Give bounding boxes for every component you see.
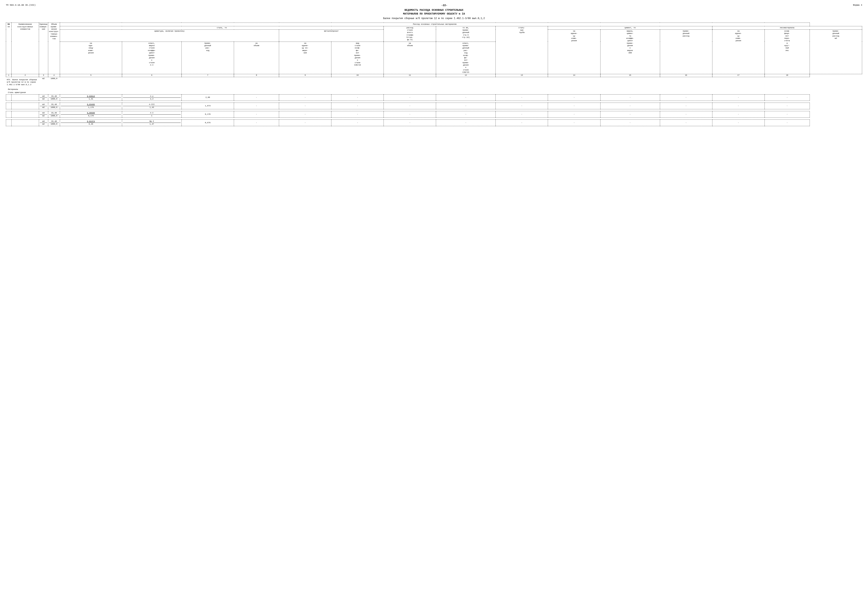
col-n-15: 15 [600, 74, 660, 77]
dr3-col16: - [660, 111, 712, 118]
col-unit-header: Единица измере-ния [39, 23, 48, 74]
dr3-col18: - [764, 111, 810, 118]
arm-privedenny: приве-денныйрас-ход [181, 42, 234, 74]
dr2-col11: - [384, 103, 436, 109]
col-n-16: 16 [660, 74, 712, 77]
dr4-col12: - [436, 120, 496, 126]
dr2-col14: - [548, 103, 600, 109]
main-table-wrapper: №№пп Наименование конструктивных элемент… [6, 23, 862, 126]
dr4-col8: - [234, 120, 279, 126]
dr1-col7: 2,88 [181, 94, 234, 101]
dr1-col3: м3 м2 [39, 94, 48, 101]
metalloprokat-header: металлопрокат [279, 30, 384, 42]
header-row-2: сталь, тн расходсталивсего(графа5+гра-фа… [6, 26, 862, 30]
dr2-col18: - [764, 103, 810, 109]
dr3-col4: 33,48 1080,0 [48, 111, 60, 118]
dr1-col8: - [234, 94, 279, 101]
steel-label: Сталь арматурная [6, 91, 810, 94]
dr1-col14: - [548, 94, 600, 101]
rashod-stali-to-zhe: то же,приве-денный(гр.5+гр.10) [436, 26, 496, 42]
dr2-col12: - [436, 103, 496, 109]
dr3-col3: м3 м2 [39, 111, 48, 118]
dr2-col2 [12, 103, 39, 109]
ntu-unit: м2 [39, 77, 48, 86]
col-n-14: 14 [548, 74, 600, 77]
rashod-header: Расход основных строительных материалов [60, 23, 810, 26]
dr1-unit-top: м3 [42, 95, 45, 97]
dr4-col18: - [764, 120, 810, 126]
dr1-col18: - [764, 94, 810, 101]
dr2-col10: - [332, 103, 384, 109]
col-n-2: 2 [12, 74, 39, 77]
col-n-8: 8 [234, 74, 279, 77]
dr2-col9: - [279, 103, 332, 109]
col-n-5: 5 [60, 74, 122, 77]
dr3-col1 [6, 111, 12, 118]
ntu-row: НТУ. Балки покрытия сборные ж/б пролетом… [6, 77, 862, 86]
data-row-1: м3 м2 33,48 1080,0 0,03913 1,31 [6, 94, 862, 101]
col-numbers-row: 1 2 3 4 5 6 7 8 9 10 11 12 13 14 15 16 1… [6, 74, 862, 77]
dr4-col5: 0,01374 0,46 [60, 120, 122, 126]
dr2-col16: - [660, 103, 712, 109]
dr4-col10: - [332, 120, 384, 126]
materials-label-row: Материалы [6, 88, 862, 91]
dr4-col3: м3 м2 [39, 120, 48, 126]
dr1-col12: - [436, 94, 496, 101]
dr3-col17: - [712, 111, 764, 118]
dr2-col17: - [712, 103, 764, 109]
dr3-col6: А-I 1 [122, 111, 181, 118]
dr1-col13: - [496, 94, 548, 101]
col-name-header: Наименование конструктивных элементов [12, 23, 39, 74]
col-num-header: №№пп [6, 23, 12, 74]
dr3-col11: - [384, 111, 436, 118]
met-na-edinicu: наедини-цу из-мере-ния [279, 42, 332, 74]
col-n-6: 6 [122, 74, 181, 77]
ntu-volume: 1080,0 [48, 77, 60, 86]
data-row-4: м3 м2 33,48 1080,0 0,01374 0,46 [6, 120, 862, 126]
col-n-11: 11 [384, 74, 436, 77]
col-n-4: 4 [48, 74, 60, 77]
dr3-col13: - [496, 111, 548, 118]
dr2-col8: - [234, 103, 279, 109]
dr2-col1 [6, 103, 12, 109]
col-vol-header: Объемприме-ненияконструк-тивныхэлемен-то… [48, 23, 60, 74]
dr1-col17: - [712, 94, 764, 101]
header-row-1: №№пп Наименование конструктивных элемент… [6, 23, 862, 26]
dr2-col3: м3 м2 [39, 103, 48, 109]
dr3-col14: - [548, 111, 600, 118]
cement-header: цемент, тн [548, 26, 712, 30]
dr4-col6: Вр-I 1,47 [122, 120, 181, 126]
dr2-col5: 0,03495 1,170 [60, 103, 122, 109]
dr1-unit-bot: м2 [42, 98, 45, 100]
rashod-stali-col8: наобъем [384, 42, 436, 74]
dr1-col4: 33,48 1080,0 [48, 94, 60, 101]
dr4-col13: - [496, 120, 548, 126]
dr3-col12: - [436, 111, 496, 118]
spacer-row-2 [6, 101, 862, 103]
dr4-col9: - [279, 120, 332, 126]
dr2-col4: 33,48 1080,0 [48, 103, 60, 109]
col-n-3: 3 [39, 74, 48, 77]
arm-na-edinicu: наеди-ницуизме-рения [60, 42, 122, 74]
dr3-col10: - [332, 111, 384, 118]
rashod-stali-col9: класс,приве-денныйрас-ходкоэф-фи-ентприв… [436, 42, 496, 74]
arm-na-obem: наобъем [234, 42, 279, 74]
dr1-col16: - [660, 94, 712, 101]
cement-privedenny: приве-денныйрасход [660, 30, 712, 74]
main-table: №№пп Наименование конструктивных элемент… [6, 23, 862, 126]
armatura-header: арматура, включая проволоку [60, 30, 279, 42]
page-number: -22- [36, 4, 853, 7]
doc-ref: ТП 503-3-16.86 Лл.(VII) [6, 4, 36, 6]
dr4-col7: 0,676 [181, 120, 234, 126]
arm-klass: класс,маркасталикоэффи-циентприве-денияк… [122, 42, 181, 74]
dr3-col8: - [234, 111, 279, 118]
dr4-col2 [12, 120, 39, 126]
data-row-2: м3 м2 33,48 1080,0 0,03495 1,170 [6, 103, 862, 109]
dr3-col15: - [600, 111, 660, 118]
dr2-col15: - [600, 103, 660, 109]
spacer-row-1 [6, 86, 862, 88]
col-n-17: 17 [712, 74, 764, 77]
col-n-12: 12 [436, 74, 496, 77]
stalnie-truby-header: сталь-ныетрубы [496, 26, 548, 74]
dr4-col17: - [712, 120, 764, 126]
